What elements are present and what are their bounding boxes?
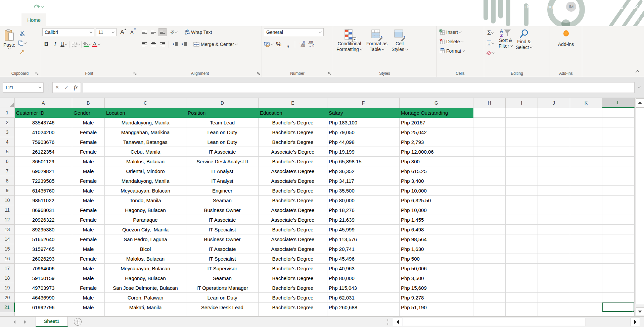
cell-D20[interactable]: Lean on Duty (186, 293, 259, 303)
insert-cells-button[interactable]: Insert (439, 29, 482, 36)
cell-L22[interactable] (602, 312, 635, 316)
cell-J4[interactable] (538, 137, 570, 147)
fill-color-button[interactable] (83, 40, 91, 48)
cell-C1[interactable]: Location (105, 108, 186, 118)
row-header-2[interactable]: 2 (0, 118, 15, 127)
cell-D1[interactable]: Position (186, 108, 259, 118)
cancel-formula-button[interactable]: × (55, 84, 59, 91)
cell-A16[interactable]: 26026293 (15, 254, 72, 264)
cell-G20[interactable]: Php 9,278 (400, 293, 473, 303)
cell-H12[interactable] (473, 215, 506, 225)
cell-B14[interactable]: Female (72, 234, 105, 244)
cell-H16[interactable] (473, 254, 506, 264)
cell-I7[interactable] (506, 166, 538, 176)
cell-K14[interactable] (570, 234, 602, 244)
customize-qat-button[interactable] (48, 5, 51, 8)
column-header-J[interactable]: J (538, 98, 570, 108)
cell-E12[interactable]: Associate's Degree (259, 215, 327, 225)
row-header-7[interactable]: 7 (0, 166, 15, 176)
undo-dropdown-icon[interactable] (26, 5, 29, 7)
row-header-14[interactable]: 14 (0, 234, 15, 244)
cell-D9[interactable]: Engineer (186, 186, 259, 196)
fill-color-dropdown-icon[interactable] (89, 42, 92, 45)
column-header-B[interactable]: B (72, 98, 105, 108)
font-color-dropdown-icon[interactable] (97, 42, 100, 45)
orientation-button[interactable]: ab (170, 28, 178, 36)
cell-J7[interactable] (538, 166, 570, 176)
cell-H21[interactable] (473, 303, 506, 312)
cell-A11[interactable]: 86968031 (15, 205, 72, 215)
font-size-select[interactable]: 11 (96, 28, 117, 36)
cell-I20[interactable] (506, 293, 538, 303)
column-header-A[interactable]: A (15, 98, 72, 108)
cell-A10[interactable]: 98511022 (15, 196, 72, 205)
cell-F17[interactable]: Php 40,963 (327, 264, 400, 273)
column-header-C[interactable]: C (105, 98, 186, 108)
cell-K22[interactable] (570, 312, 602, 316)
cell-I10[interactable] (506, 196, 538, 205)
cell-E15[interactable]: Associate's Degree (259, 244, 327, 254)
cell-J8[interactable] (538, 176, 570, 186)
cell-C17[interactable]: Meycauayan, Bulacan (105, 264, 186, 273)
cell-K21[interactable] (570, 303, 602, 312)
tab-formulas[interactable]: Formulas (110, 13, 143, 26)
cell-I9[interactable] (506, 186, 538, 196)
cell-H13[interactable] (473, 225, 506, 234)
row-header-22[interactable] (0, 312, 15, 316)
cell-F20[interactable]: Php 62,031 (327, 293, 400, 303)
alignment-dialog-launcher-icon[interactable] (257, 72, 260, 75)
cell-L5[interactable] (602, 147, 635, 157)
cell-G4[interactable]: Php 2,793 (400, 137, 473, 147)
cell-E22[interactable] (259, 312, 327, 316)
cell-B3[interactable]: Female (72, 127, 105, 137)
underline-button[interactable]: U (60, 40, 68, 48)
cell-H15[interactable] (473, 244, 506, 254)
cell-C13[interactable]: Quezon City, Manila (105, 225, 186, 234)
cell-H1[interactable] (473, 108, 506, 118)
cell-C5[interactable]: Cebu, Manila (105, 147, 186, 157)
cell-D13[interactable]: IT Specialist (186, 225, 259, 234)
cell-D6[interactable]: Service Desk Analyst II (186, 157, 259, 166)
cell-H17[interactable] (473, 264, 506, 273)
enter-formula-button[interactable]: ✓ (64, 85, 69, 91)
cell-D7[interactable]: IT Analyst (186, 166, 259, 176)
cell-G1[interactable]: Mortage Outstanding (400, 108, 473, 118)
fill-button[interactable]: ↓ (486, 39, 495, 47)
scroll-down-button[interactable] (636, 307, 644, 316)
row-header-21[interactable]: 21 (0, 303, 15, 312)
copy-dropdown-icon[interactable] (24, 41, 27, 44)
cell-I3[interactable] (506, 127, 538, 137)
format-painter-button[interactable] (18, 48, 26, 56)
cell-J22[interactable] (538, 312, 570, 316)
top-align-button[interactable] (140, 28, 148, 36)
cell-A7[interactable]: 69029821 (15, 166, 72, 176)
center-button[interactable] (149, 40, 157, 48)
cell-G10[interactable]: Php 6,325.50 (400, 196, 473, 205)
cell-I4[interactable] (506, 137, 538, 147)
format-cells-button[interactable]: Format (439, 48, 482, 54)
cell-B17[interactable]: Male (72, 264, 105, 273)
cell-K15[interactable] (570, 244, 602, 254)
sort-filter-button[interactable]: AZ Sort & Filter (497, 28, 514, 69)
row-header-18[interactable]: 18 (0, 273, 15, 283)
cell-D11[interactable]: Business Owner (186, 205, 259, 215)
horizontal-scrollbar[interactable] (402, 318, 629, 326)
column-header-G[interactable]: G (400, 98, 473, 108)
format-as-table-dropdown-icon[interactable] (382, 48, 384, 50)
cell-styles-button[interactable]: Cell Styles (390, 28, 409, 69)
wrap-text-button[interactable]: ab c Wrap Text (184, 29, 213, 36)
cell-B13[interactable]: Male (72, 225, 105, 234)
cell-E5[interactable]: Associate's Degree (259, 147, 327, 157)
cell-H6[interactable] (473, 157, 506, 166)
new-sheet-button[interactable] (74, 318, 82, 326)
restore-button[interactable] (613, 0, 629, 13)
name-box[interactable]: L21 (3, 83, 44, 93)
number-format-select[interactable]: General (264, 28, 324, 36)
clear-button[interactable] (486, 49, 495, 57)
cell-J21[interactable] (538, 303, 570, 312)
cell-L18[interactable] (602, 273, 635, 283)
row-header-20[interactable]: 20 (0, 293, 15, 303)
tab-scrollbar-splitter[interactable] (387, 319, 388, 325)
grow-font-button[interactable]: A (118, 28, 126, 36)
cell-G15[interactable]: Php 1,630 (400, 244, 473, 254)
